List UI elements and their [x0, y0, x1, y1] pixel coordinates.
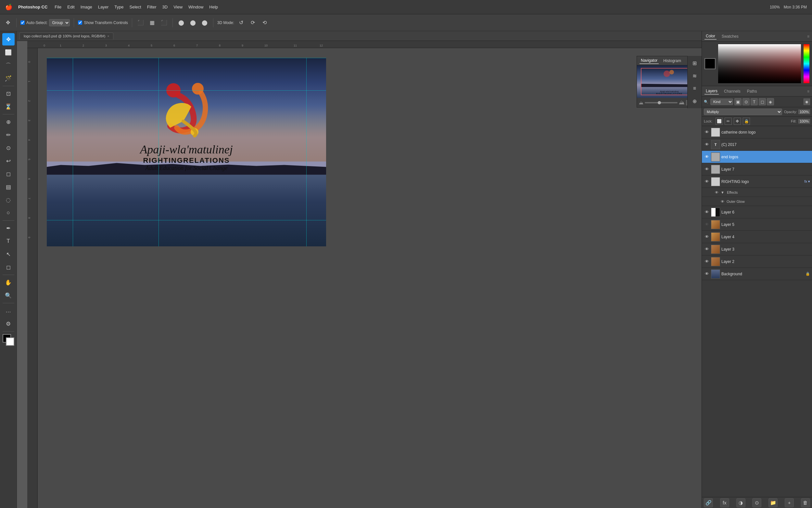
canvas-tool-1[interactable]: ⊞: [689, 57, 701, 69]
color-tab[interactable]: Color: [705, 33, 717, 40]
visibility-icon-layer5[interactable]: 👁: [704, 222, 710, 227]
layer-item-end-logos[interactable]: 👁 end logos: [702, 151, 812, 163]
layer-item-layer2[interactable]: 👁 Layer 2: [702, 255, 812, 268]
layer-mask-btn[interactable]: ◑: [736, 498, 746, 507]
zoom-tool[interactable]: 🔍: [2, 289, 15, 302]
lock-transparent-btn[interactable]: ⬜: [716, 118, 723, 125]
menu-select[interactable]: Select: [129, 5, 141, 9]
menu-3d[interactable]: 3D: [162, 5, 168, 9]
layer-new-btn[interactable]: +: [785, 498, 794, 507]
auto-select-dropdown[interactable]: Group Layer: [49, 19, 70, 26]
layer-group-btn[interactable]: 📁: [768, 498, 777, 507]
gradient-tool[interactable]: ▤: [2, 181, 15, 193]
swatches-tab[interactable]: Swatches: [720, 34, 740, 39]
tab-close-icon[interactable]: ×: [107, 35, 109, 38]
visibility-icon-layer2[interactable]: 👁: [704, 259, 710, 264]
visibility-icon-layer4[interactable]: 👁: [704, 234, 710, 239]
hue-strip[interactable]: [804, 44, 809, 83]
move-tool[interactable]: ✥: [2, 33, 15, 45]
lock-all-btn[interactable]: 🔒: [743, 118, 750, 125]
layer-delete-btn[interactable]: 🗑: [801, 498, 810, 507]
dodge-tool[interactable]: ○: [2, 207, 15, 219]
transform-checkbox[interactable]: [78, 20, 82, 25]
type-tool[interactable]: T: [2, 235, 15, 247]
blur-tool[interactable]: ◌: [2, 194, 15, 206]
fx-badge-righting[interactable]: fx ▾: [804, 179, 810, 184]
distribute-btn[interactable]: ⬤: [177, 18, 186, 27]
menu-window[interactable]: Window: [188, 5, 203, 9]
canvas-tool-2[interactable]: ≋: [689, 70, 701, 82]
filter-toggle-btn[interactable]: ◉: [804, 98, 810, 105]
nav-zoom-slider[interactable]: [645, 102, 677, 103]
filter-pixel-btn[interactable]: ▣: [734, 98, 742, 105]
menu-help[interactable]: Help: [209, 5, 218, 9]
layer-item-layer6[interactable]: 👁 Layer 6: [702, 206, 812, 218]
layer-link-btn[interactable]: 🔗: [704, 498, 713, 507]
extras-tool[interactable]: …: [2, 304, 15, 317]
auto-select-checkbox[interactable]: [20, 20, 25, 25]
lock-position-btn[interactable]: ✥: [734, 118, 741, 125]
histogram-tab[interactable]: Histogram: [662, 58, 682, 64]
align-right-btn[interactable]: ⬛: [159, 18, 169, 27]
filter-shape-btn[interactable]: ◻: [759, 98, 766, 105]
3d-mode-btn1[interactable]: ↺: [237, 18, 246, 27]
spot-heal-tool[interactable]: ⊕: [2, 116, 15, 128]
wand-tool[interactable]: 🪄: [2, 72, 15, 85]
layer-item-righting[interactable]: 👁 RIGHTING logo fx ▾: [702, 175, 812, 188]
layers-panel-menu[interactable]: ≡: [807, 89, 809, 94]
menu-filter[interactable]: Filter: [147, 5, 156, 9]
visibility-icon-copyright[interactable]: 👁: [704, 142, 710, 147]
eyedropper-tool[interactable]: ⌛: [2, 100, 15, 113]
effects-header-eye[interactable]: 👁: [714, 190, 719, 194]
color-panel-menu[interactable]: ≡: [807, 34, 809, 39]
layer-item-catherine[interactable]: 👁 catherine donn logo: [702, 126, 812, 138]
blend-mode-select[interactable]: Multiply Normal Screen Overlay: [704, 109, 782, 115]
outer-glow-item[interactable]: 👁 Outer Glow: [702, 197, 812, 206]
eraser-tool[interactable]: ◻: [2, 168, 15, 180]
lock-pixels-btn[interactable]: ✏: [725, 118, 732, 125]
history-brush-tool[interactable]: ↩: [2, 155, 15, 167]
background-color[interactable]: [6, 337, 14, 346]
lasso-tool[interactable]: ⌒: [2, 59, 15, 72]
layer-item-layer5[interactable]: 👁 Layer 5: [702, 218, 812, 231]
canvas-tab[interactable]: logo collect sep3.psd @ 100% (end logos,…: [19, 33, 113, 39]
visibility-icon-end-logos[interactable]: 👁: [704, 155, 710, 159]
filter-smart-btn[interactable]: ◈: [767, 98, 774, 105]
paths-tab[interactable]: Paths: [746, 88, 758, 94]
layer-item-layer7[interactable]: 👁 Layer 7: [702, 163, 812, 175]
layer-filter-select[interactable]: Kind: [710, 98, 733, 105]
layer-item-layer3[interactable]: 👁 Layer 3: [702, 243, 812, 255]
visibility-icon-background[interactable]: 👁: [704, 271, 710, 276]
visibility-icon-layer3[interactable]: 👁: [704, 247, 710, 252]
layer-adjust-btn[interactable]: ⊙: [752, 498, 761, 507]
visibility-icon-righting[interactable]: 👁: [704, 179, 710, 184]
layers-tab[interactable]: Layers: [705, 88, 719, 95]
layer-style-btn[interactable]: fx: [720, 498, 729, 507]
channels-tab[interactable]: Channels: [723, 88, 742, 94]
menu-view[interactable]: View: [174, 5, 183, 9]
navigator-tab[interactable]: Navigator: [639, 57, 659, 64]
3d-mode-btn2[interactable]: ⟳: [248, 18, 257, 27]
canvas-tool-4[interactable]: ⊕: [689, 95, 701, 107]
move-tool-btn[interactable]: ✥: [3, 18, 12, 27]
context-tool[interactable]: ⚙: [2, 318, 15, 330]
effects-collapse-icon[interactable]: ▼: [721, 190, 724, 194]
visibility-icon-layer6[interactable]: 👁: [704, 210, 710, 214]
menu-layer[interactable]: Layer: [98, 5, 109, 9]
fill-input[interactable]: [798, 119, 810, 124]
shape-tool[interactable]: ◻: [2, 261, 15, 273]
brush-tool[interactable]: ✏: [2, 129, 15, 141]
path-select-tool[interactable]: ↖: [2, 248, 15, 260]
menu-image[interactable]: Image: [81, 5, 92, 9]
crop-tool[interactable]: ⊡: [2, 87, 15, 100]
apple-menu[interactable]: 🍎: [5, 4, 12, 11]
pen-tool[interactable]: ✒: [2, 222, 15, 234]
align-center-btn[interactable]: ▦: [148, 18, 157, 27]
distribute-right-btn[interactable]: ⬤: [200, 18, 209, 27]
rectangle-select-tool[interactable]: ⬜: [2, 46, 15, 58]
menu-file[interactable]: File: [55, 5, 61, 9]
color-swatches[interactable]: [3, 334, 14, 346]
opacity-input[interactable]: [798, 110, 810, 114]
hand-tool[interactable]: ✋: [2, 276, 15, 289]
fg-color-swatch[interactable]: [705, 58, 716, 69]
